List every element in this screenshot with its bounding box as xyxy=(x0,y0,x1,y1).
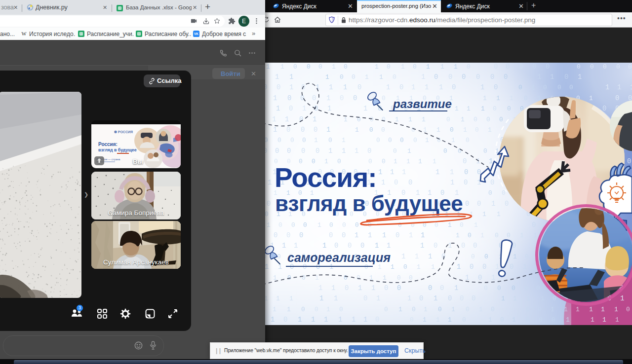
svg-text:0: 0 xyxy=(450,126,454,134)
svg-text:0: 0 xyxy=(506,63,510,71)
svg-text:1: 1 xyxy=(326,94,330,102)
svg-text:1: 1 xyxy=(513,253,517,260)
svg-text:0: 0 xyxy=(434,242,437,250)
svg-text:0: 0 xyxy=(490,179,494,186)
svg-text:0: 0 xyxy=(301,126,305,134)
svg-text:1: 1 xyxy=(483,95,487,102)
svg-text:0: 0 xyxy=(532,63,536,71)
svg-text:0: 0 xyxy=(628,63,632,71)
svg-text:1: 1 xyxy=(601,306,605,313)
svg-text:0: 0 xyxy=(500,316,504,324)
svg-text:1: 1 xyxy=(273,306,276,313)
svg-text:0: 0 xyxy=(474,116,477,123)
svg-text:взгляд в будущее: взгляд в будущее xyxy=(275,191,463,216)
svg-text:0: 0 xyxy=(410,316,414,324)
svg-text:0: 0 xyxy=(408,179,412,186)
svg-text:1: 1 xyxy=(401,253,405,260)
svg-text:1: 1 xyxy=(474,221,478,229)
svg-text:развитие: развитие xyxy=(393,97,452,110)
svg-text:0: 0 xyxy=(557,84,561,91)
svg-text:0: 0 xyxy=(553,295,556,302)
svg-text:0: 0 xyxy=(301,147,305,155)
svg-text:0: 0 xyxy=(384,284,388,292)
svg-text:0: 0 xyxy=(398,221,402,229)
svg-text:0: 0 xyxy=(552,316,555,324)
svg-text:1: 1 xyxy=(294,242,298,250)
svg-text:0: 0 xyxy=(532,221,536,229)
svg-text:0: 0 xyxy=(413,137,417,144)
svg-text:1: 1 xyxy=(265,295,268,302)
svg-text:0: 0 xyxy=(397,284,401,292)
svg-text:1: 1 xyxy=(375,242,379,250)
svg-text:0: 0 xyxy=(339,306,343,313)
svg-text:0: 0 xyxy=(276,83,280,91)
svg-text:0: 0 xyxy=(267,200,271,208)
svg-text:0: 0 xyxy=(505,200,509,208)
svg-text:0: 0 xyxy=(355,221,359,229)
svg-text:1: 1 xyxy=(289,73,293,81)
svg-text:0: 0 xyxy=(490,73,494,81)
svg-text:0: 0 xyxy=(364,263,368,271)
svg-text:0: 0 xyxy=(301,306,305,313)
svg-text:0: 0 xyxy=(512,285,515,292)
svg-text:0: 0 xyxy=(314,126,317,134)
svg-text:0: 0 xyxy=(464,179,468,186)
svg-text:0: 0 xyxy=(299,231,303,239)
svg-text:0: 0 xyxy=(507,232,511,239)
svg-text:1: 1 xyxy=(614,306,618,313)
svg-text:1: 1 xyxy=(282,242,286,250)
svg-text:1: 1 xyxy=(319,294,323,302)
svg-text:1: 1 xyxy=(451,137,455,144)
svg-text:0: 0 xyxy=(525,253,529,260)
svg-text:0: 0 xyxy=(376,137,380,144)
svg-text:1: 1 xyxy=(526,295,530,302)
svg-text:0: 0 xyxy=(437,137,441,144)
svg-text:1: 1 xyxy=(425,83,429,91)
svg-text:0: 0 xyxy=(463,157,467,165)
svg-text:0: 0 xyxy=(476,73,480,81)
svg-text:0: 0 xyxy=(342,231,346,239)
svg-text:1: 1 xyxy=(482,211,486,218)
svg-text:1: 1 xyxy=(322,242,326,250)
svg-text:0: 0 xyxy=(312,94,316,102)
svg-text:1: 1 xyxy=(381,179,385,186)
svg-text:1: 1 xyxy=(428,253,432,260)
svg-text:1: 1 xyxy=(480,83,484,91)
svg-text:1: 1 xyxy=(423,316,427,324)
svg-text:1: 1 xyxy=(617,83,621,91)
svg-text:1: 1 xyxy=(435,168,439,176)
svg-text:1: 1 xyxy=(491,200,495,208)
svg-text:0: 0 xyxy=(293,63,297,71)
svg-text:0: 0 xyxy=(344,274,348,282)
svg-text:1: 1 xyxy=(417,263,421,271)
svg-text:1: 1 xyxy=(480,232,484,239)
svg-text:0: 0 xyxy=(564,73,568,81)
svg-text:1: 1 xyxy=(285,115,289,123)
svg-text:1: 1 xyxy=(481,105,485,112)
svg-text:0: 0 xyxy=(428,284,432,292)
svg-text:❁ РОССИЯ: ❁ РОССИЯ xyxy=(114,130,133,134)
svg-text:0: 0 xyxy=(315,306,318,313)
svg-text:0: 0 xyxy=(411,126,415,134)
svg-text:1: 1 xyxy=(371,284,375,292)
svg-text:0: 0 xyxy=(518,84,522,91)
svg-text:1: 1 xyxy=(463,126,467,134)
svg-text:1: 1 xyxy=(265,263,269,271)
svg-text:0: 0 xyxy=(265,83,267,91)
svg-text:1: 1 xyxy=(402,168,406,176)
svg-text:0: 0 xyxy=(539,316,543,324)
svg-text:0: 0 xyxy=(303,221,307,229)
svg-text:0: 0 xyxy=(460,221,464,229)
svg-text:0: 0 xyxy=(367,147,371,155)
svg-text:0: 0 xyxy=(546,63,550,71)
svg-text:1: 1 xyxy=(448,316,452,324)
svg-text:1: 1 xyxy=(423,126,427,134)
svg-text:1: 1 xyxy=(390,168,394,176)
svg-text:1: 1 xyxy=(476,157,480,165)
svg-text:1: 1 xyxy=(615,316,619,324)
svg-text:1: 1 xyxy=(311,316,315,324)
svg-text:0: 0 xyxy=(400,137,404,144)
svg-text:0: 0 xyxy=(307,63,311,71)
svg-text:0: 0 xyxy=(519,63,523,71)
svg-text:0: 0 xyxy=(536,285,540,292)
